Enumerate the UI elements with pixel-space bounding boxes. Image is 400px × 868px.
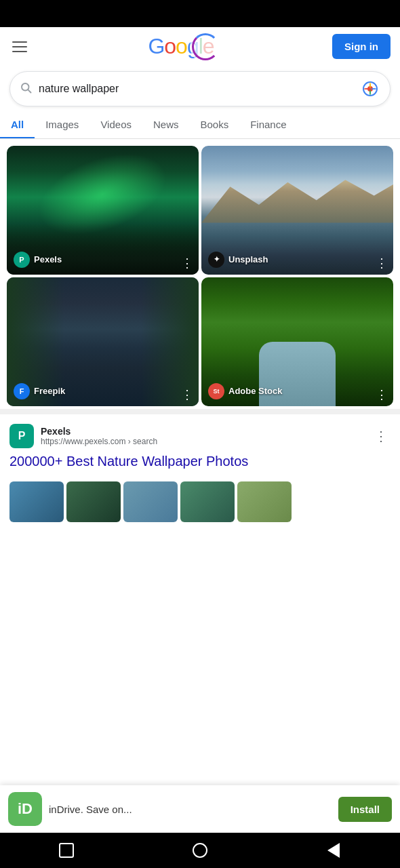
logo-letter-g: G xyxy=(148,34,164,59)
result-thumbnail-0[interactable] xyxy=(9,481,64,522)
header: G o o g l e Sign in xyxy=(0,27,400,66)
google-logo: G o o g l e xyxy=(148,34,214,59)
image-card-3[interactable]: St Adobe Stock ⋮ xyxy=(201,277,393,406)
result-more-button[interactable]: ⋮ xyxy=(372,425,391,447)
image-label-1: ✦ Unsplash xyxy=(208,252,268,268)
result-url: https://www.pexels.com › search xyxy=(41,437,365,446)
sign-in-button[interactable]: Sign in xyxy=(332,34,391,59)
image-grid: P Pexels ⋮ ✦ Unsplash ⋮ F Freepik ⋮ St A… xyxy=(0,139,400,409)
result-source-info: Pexels https://www.pexels.com › search xyxy=(41,426,365,446)
image-label-0: P Pexels xyxy=(14,252,62,268)
result-thumbnail-3[interactable] xyxy=(180,481,235,522)
image-label-2: F Freepik xyxy=(14,383,65,399)
bottom-nav xyxy=(0,833,400,868)
source-icon-freepik: F xyxy=(14,383,30,399)
tab-videos[interactable]: Videos xyxy=(89,112,142,139)
result-site-name: Pexels xyxy=(41,426,365,437)
image-more-2[interactable]: ⋮ xyxy=(181,389,193,401)
ad-banner: iD inDrive. Save on... Install xyxy=(0,785,400,833)
image-more-1[interactable]: ⋮ xyxy=(376,257,388,269)
tab-news[interactable]: News xyxy=(142,112,190,139)
ad-text: inDrive. Save on... xyxy=(49,804,333,815)
source-name-2: Freepik xyxy=(34,386,65,396)
hamburger-menu-icon[interactable] xyxy=(9,39,30,55)
thumbnail-strip xyxy=(0,475,400,525)
back-icon xyxy=(327,843,340,858)
image-card-2[interactable]: F Freepik ⋮ xyxy=(7,277,199,406)
home-icon xyxy=(193,843,207,858)
tab-images[interactable]: Images xyxy=(35,112,89,139)
source-name-3: Adobe Stock xyxy=(228,386,282,396)
search-result-0: P Pexels https://www.pexels.com › search… xyxy=(0,409,400,475)
search-bar-container xyxy=(0,66,400,109)
tab-finance[interactable]: Finance xyxy=(239,112,297,139)
image-label-3: St Adobe Stock xyxy=(208,383,282,399)
result-thumbnail-1[interactable] xyxy=(66,481,121,522)
search-bar[interactable] xyxy=(9,71,391,106)
svg-line-1 xyxy=(28,90,31,92)
recent-apps-button[interactable] xyxy=(56,840,77,861)
source-icon-adobestock: St xyxy=(208,383,224,399)
back-button[interactable] xyxy=(323,840,344,861)
google-lens-icon[interactable] xyxy=(360,79,380,99)
image-more-0[interactable]: ⋮ xyxy=(181,257,193,269)
source-icon-pexels: P xyxy=(14,252,30,268)
image-card-0[interactable]: P Pexels ⋮ xyxy=(7,146,199,275)
ad-icon-label: iD xyxy=(18,800,33,818)
ad-app-icon: iD xyxy=(8,792,42,826)
logo-letter-o1: o xyxy=(164,34,176,59)
result-thumbnail-2[interactable] xyxy=(123,481,178,522)
search-input[interactable] xyxy=(39,83,360,95)
image-card-1[interactable]: ✦ Unsplash ⋮ xyxy=(201,146,393,275)
result-thumbnail-4[interactable] xyxy=(237,481,292,522)
result-title[interactable]: 200000+ Best Nature Wallpaper Photos xyxy=(9,452,391,471)
image-more-3[interactable]: ⋮ xyxy=(376,389,388,401)
tab-books[interactable]: Books xyxy=(189,112,239,139)
logo-letter-o2: o xyxy=(176,34,187,59)
search-icon xyxy=(20,81,32,97)
page-loader xyxy=(190,31,221,62)
home-button[interactable] xyxy=(189,840,211,861)
status-bar xyxy=(0,0,400,27)
result-header: P Pexels https://www.pexels.com › search… xyxy=(9,424,391,448)
filter-tabs: All Images Videos News Books Finance xyxy=(0,109,400,139)
result-favicon: P xyxy=(9,424,34,448)
ad-install-button[interactable]: Install xyxy=(338,797,392,822)
source-icon-unsplash: ✦ xyxy=(208,252,224,268)
source-name-0: Pexels xyxy=(34,254,62,264)
tab-all[interactable]: All xyxy=(0,112,35,139)
source-name-1: Unsplash xyxy=(228,254,268,264)
recent-apps-icon xyxy=(59,843,74,858)
